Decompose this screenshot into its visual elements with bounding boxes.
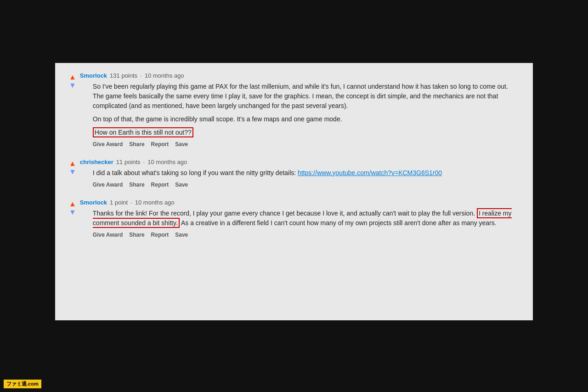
- timestamp-1: 10 months ago: [145, 72, 184, 79]
- upvote-icon-1[interactable]: ▲: [69, 73, 76, 81]
- comment-body-1: So I've been regularly playing this game…: [93, 82, 519, 148]
- vote-col-1: ▲ ▼: [69, 73, 76, 90]
- action-row-2: Give Award Share Report Save: [93, 182, 519, 188]
- dot-1: ·: [140, 72, 142, 79]
- username-3[interactable]: Smorlock: [80, 199, 107, 206]
- share-btn-2[interactable]: Share: [129, 182, 144, 188]
- comment-meta-1: Smorlock 131 points · 10 months ago: [80, 72, 519, 79]
- comment-block-2: ▲ ▼ chrishecker 11 points · 10 months ag…: [69, 159, 519, 188]
- save-btn-1[interactable]: Save: [175, 141, 188, 148]
- screen-container: ▲ ▼ Smorlock 131 points · 10 months ago …: [55, 63, 533, 320]
- share-btn-3[interactable]: Share: [129, 232, 144, 238]
- comment-paragraph-2-0: I did a talk about what's taking so long…: [93, 168, 519, 178]
- report-btn-1[interactable]: Report: [151, 141, 169, 148]
- report-btn-2[interactable]: Report: [151, 182, 169, 188]
- comment-before-highlight: Thanks for the link! For the record, I p…: [93, 210, 475, 217]
- dot-3: ·: [130, 199, 132, 206]
- comment-paragraph-3-mixed: Thanks for the link! For the record, I p…: [93, 209, 519, 228]
- points-3: 1 point: [110, 199, 128, 206]
- share-btn-1[interactable]: Share: [129, 141, 144, 148]
- comment-paragraph-1-0: So I've been regularly playing this game…: [93, 82, 519, 111]
- downvote-icon-1[interactable]: ▼: [69, 81, 76, 90]
- action-row-3: Give Award Share Report Save: [93, 232, 519, 238]
- vote-col-2: ▲ ▼: [69, 159, 76, 176]
- upvote-icon-2[interactable]: ▲: [69, 159, 76, 168]
- comment-after-highlight: As a creative in a different field I can…: [181, 219, 497, 227]
- give-award-btn-1[interactable]: Give Award: [93, 141, 123, 148]
- comment-block-3: ▲ ▼ Smorlock 1 point · 10 months ago Tha…: [69, 199, 519, 238]
- comment-text-1: So I've been regularly playing this game…: [93, 82, 519, 137]
- comment-body-2: I did a talk about what's taking so long…: [93, 168, 519, 188]
- comment-meta-3: Smorlock 1 point · 10 months ago: [80, 199, 519, 206]
- comment-highlighted-1: How on Earth is this still not out??: [93, 128, 519, 137]
- comment-body-3: Thanks for the link! For the record, I p…: [93, 209, 519, 238]
- comment-meta-2: chrishecker 11 points · 10 months ago: [80, 159, 519, 165]
- downvote-icon-3[interactable]: ▼: [69, 208, 76, 216]
- timestamp-2: 10 months ago: [147, 159, 187, 165]
- comment-paragraph-1-1: On top of that, the game is incredibly s…: [93, 114, 519, 124]
- highlighted-span-1: How on Earth is this still not out??: [93, 127, 193, 137]
- username-2[interactable]: chrishecker: [80, 159, 113, 165]
- dot-2: ·: [143, 159, 145, 165]
- points-1: 131 points: [110, 72, 137, 79]
- timestamp-3: 10 months ago: [135, 199, 175, 206]
- upvote-icon-3[interactable]: ▲: [69, 200, 76, 208]
- username-1[interactable]: Smorlock: [80, 72, 107, 79]
- give-award-btn-2[interactable]: Give Award: [93, 182, 123, 188]
- save-btn-3[interactable]: Save: [175, 232, 188, 238]
- give-award-btn-3[interactable]: Give Award: [93, 232, 123, 238]
- points-2: 11 points: [116, 159, 141, 165]
- downvote-icon-2[interactable]: ▼: [69, 168, 76, 176]
- action-row-1: Give Award Share Report Save: [93, 141, 519, 148]
- comment-text-2: I did a talk about what's taking so long…: [93, 168, 519, 178]
- save-btn-2[interactable]: Save: [175, 182, 188, 188]
- vote-col-3: ▲ ▼: [69, 200, 76, 216]
- watermark: ファミ通.com: [4, 380, 41, 388]
- comment-block-1: ▲ ▼ Smorlock 131 points · 10 months ago …: [69, 72, 519, 148]
- youtube-link[interactable]: https://www.youtube.com/watch?v=KCM3G6S1…: [298, 169, 442, 176]
- comment-text-3: Thanks for the link! For the record, I p…: [93, 209, 519, 228]
- report-btn-3[interactable]: Report: [151, 232, 169, 238]
